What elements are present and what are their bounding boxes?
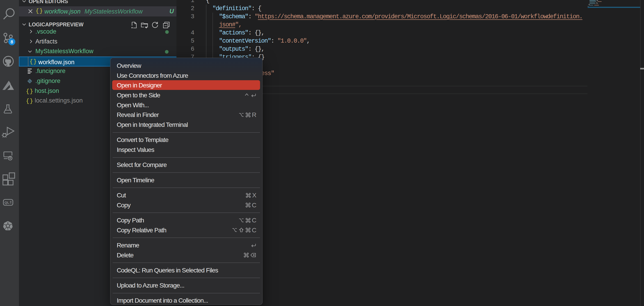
svg-text:QL: QL bbox=[4, 200, 9, 204]
